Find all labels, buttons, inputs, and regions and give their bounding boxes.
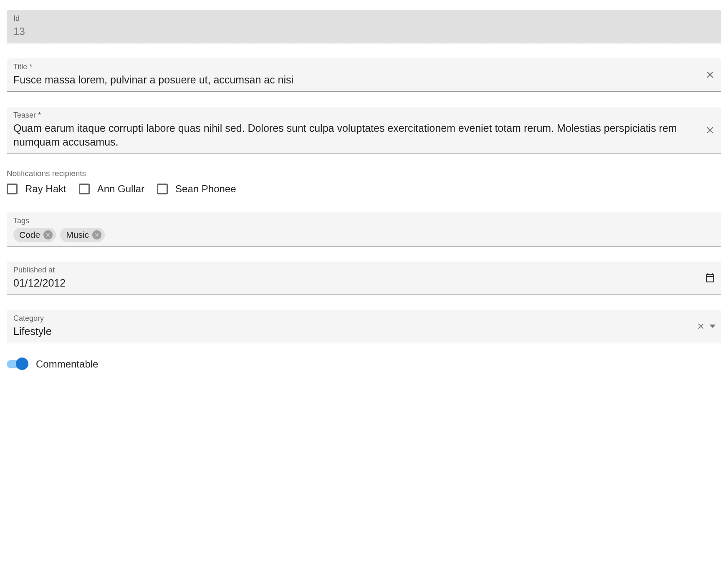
tag-chip: Music — [60, 228, 105, 242]
teaser-clear-button[interactable] — [705, 125, 715, 136]
tags-input-container[interactable]: Tags Code Music — [7, 212, 721, 247]
teaser-field: Teaser * Quam earum itaque corrupti labo… — [7, 107, 721, 154]
tags-label: Tags — [13, 217, 715, 225]
recipients-options: Ray Hakt Ann Gullar Sean Phonee — [7, 183, 721, 195]
id-label: Id — [13, 14, 715, 23]
close-icon — [696, 322, 705, 331]
commentable-toggle[interactable] — [7, 360, 28, 368]
close-icon — [705, 69, 715, 80]
published-label: Published at — [13, 266, 715, 274]
chevron-down-icon[interactable] — [710, 325, 715, 328]
tags-chips: Code Music — [13, 227, 715, 242]
teaser-input-container[interactable]: Teaser * Quam earum itaque corrupti labo… — [7, 107, 721, 154]
recipient-option: Sean Phonee — [157, 183, 236, 195]
close-icon — [705, 125, 715, 136]
tags-field: Tags Code Music — [7, 212, 721, 247]
tag-chip: Code — [13, 228, 56, 242]
category-value[interactable]: Lifestyle — [13, 325, 715, 339]
recipients-label: Notifications recipients — [7, 169, 721, 178]
category-input-container[interactable]: Category Lifestyle — [7, 310, 721, 343]
title-input[interactable]: Fusce massa lorem, pulvinar a posuere ut… — [13, 73, 715, 87]
tag-chip-label: Code — [19, 230, 40, 240]
recipient-option: Ann Gullar — [79, 183, 144, 195]
id-input-container: Id 13 — [7, 10, 721, 43]
title-label: Title * — [13, 63, 715, 71]
id-field: Id 13 — [7, 10, 721, 43]
published-field: Published at 01/12/2012 — [7, 262, 721, 295]
recipient-checkbox-ann[interactable] — [79, 184, 90, 194]
teaser-label: Teaser * — [13, 111, 715, 120]
close-icon — [45, 232, 51, 238]
title-input-container[interactable]: Title * Fusce massa lorem, pulvinar a po… — [7, 58, 721, 92]
published-input-container[interactable]: Published at 01/12/2012 — [7, 262, 721, 295]
recipient-checkbox-ray[interactable] — [7, 184, 18, 194]
published-calendar-button[interactable] — [705, 272, 715, 283]
commentable-label: Commentable — [36, 358, 98, 370]
toggle-thumb — [16, 358, 28, 370]
published-input[interactable]: 01/12/2012 — [13, 276, 715, 290]
recipient-label: Sean Phonee — [175, 183, 236, 195]
category-controls — [696, 322, 715, 331]
id-value: 13 — [13, 25, 715, 39]
recipient-checkbox-sean[interactable] — [157, 184, 168, 194]
tag-chip-remove[interactable] — [92, 230, 101, 239]
calendar-icon — [705, 272, 715, 283]
commentable-row: Commentable — [7, 358, 721, 370]
recipients-section: Notifications recipients Ray Hakt Ann Gu… — [7, 169, 721, 195]
category-clear-button[interactable] — [696, 322, 705, 331]
category-field: Category Lifestyle — [7, 310, 721, 343]
recipient-option: Ray Hakt — [7, 183, 66, 195]
recipient-label: Ann Gullar — [97, 183, 144, 195]
category-label: Category — [13, 314, 715, 323]
title-clear-button[interactable] — [705, 69, 715, 80]
tag-chip-label: Music — [66, 230, 89, 240]
title-field: Title * Fusce massa lorem, pulvinar a po… — [7, 58, 721, 92]
tag-chip-remove[interactable] — [43, 230, 53, 239]
teaser-input[interactable]: Quam earum itaque corrupti labore quas n… — [13, 121, 715, 150]
close-icon — [94, 232, 100, 238]
recipient-label: Ray Hakt — [25, 183, 66, 195]
